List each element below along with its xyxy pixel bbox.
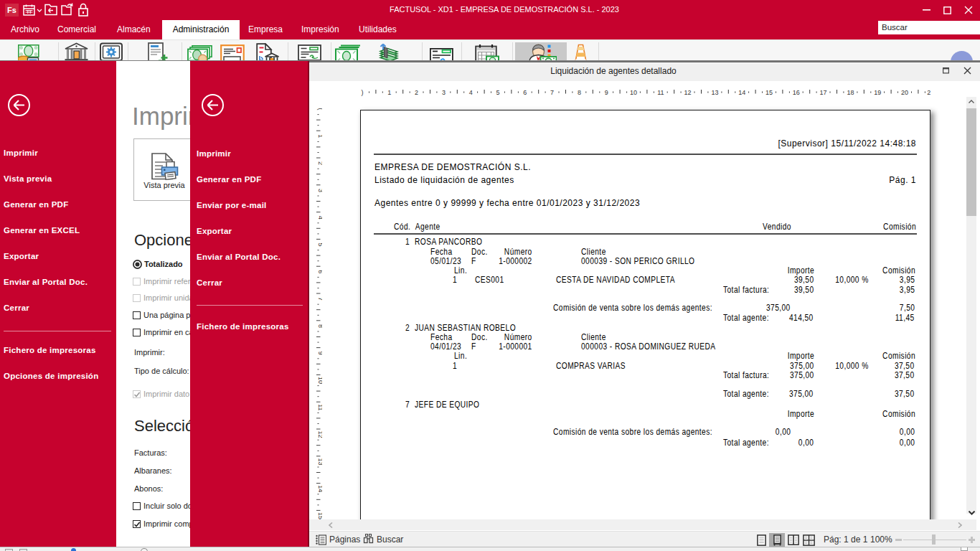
svg-text:15: 15 (317, 512, 323, 519)
svg-text:1: 1 (317, 134, 323, 138)
svg-text:7: 7 (550, 89, 554, 96)
svg-text:18: 18 (847, 89, 854, 96)
svg-text:3: 3 (317, 189, 323, 192)
svg-text:7: 7 (317, 297, 323, 301)
svg-text:11: 11 (657, 89, 664, 96)
svg-text:6: 6 (523, 89, 527, 96)
svg-text:4: 4 (317, 216, 323, 220)
svg-text:14: 14 (738, 89, 745, 96)
svg-text:5: 5 (496, 89, 499, 96)
svg-text:2: 2 (317, 161, 323, 165)
svg-text:8: 8 (578, 89, 581, 96)
svg-text:6: 6 (317, 270, 323, 273)
svg-text:9: 9 (317, 352, 323, 355)
svg-text:16: 16 (793, 89, 800, 96)
svg-text:2: 2 (415, 89, 418, 96)
svg-text:4: 4 (469, 89, 473, 96)
svg-text:19: 19 (874, 89, 881, 96)
svg-text:10: 10 (630, 89, 637, 96)
svg-text:1: 1 (387, 89, 391, 96)
svg-text:15: 15 (765, 89, 773, 96)
svg-text:17: 17 (820, 89, 827, 96)
svg-text:2: 2 (927, 89, 930, 96)
svg-text:11: 11 (317, 404, 323, 410)
svg-text:12: 12 (684, 89, 692, 96)
svg-text:5: 5 (317, 242, 323, 246)
svg-text:3: 3 (442, 89, 446, 96)
svg-text:12: 12 (317, 431, 323, 438)
svg-text:13: 13 (711, 89, 718, 96)
svg-text:13: 13 (317, 458, 323, 465)
svg-text:14: 14 (317, 485, 323, 492)
svg-text:20: 20 (901, 89, 908, 96)
svg-text:9: 9 (605, 89, 608, 96)
svg-text:(: ( (317, 108, 323, 110)
svg-text:8: 8 (317, 324, 323, 328)
svg-text:10: 10 (317, 377, 323, 384)
svg-text:): ) (362, 89, 364, 96)
